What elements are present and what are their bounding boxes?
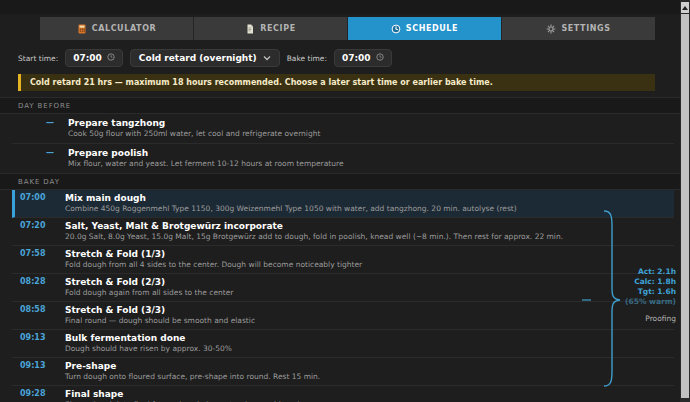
recipe-icon xyxy=(245,24,255,34)
schedule-section: BAKE DAY 07:00 Mix main dough Combine 45… xyxy=(0,173,690,402)
step-content: Prepare tangzhong Cook 50g flour with 25… xyxy=(68,118,320,139)
schedule-step-row: 09:13 Pre-shape Turn dough onto floured … xyxy=(12,358,674,386)
tab-settings-label: SETTINGS xyxy=(561,24,610,33)
clock-icon xyxy=(376,53,384,63)
step-content: Prepare poolish Mix flour, water and yea… xyxy=(68,148,344,169)
proofing-label: Proofing xyxy=(625,314,676,324)
schedule-step-row: — Prepare poolish Mix flour, water and y… xyxy=(12,144,674,173)
start-time-value: 07:00 xyxy=(73,53,102,63)
step-title: Pre-shape xyxy=(65,361,320,371)
retard-warning-banner: Cold retard 21 hrs — maximum 18 hours re… xyxy=(18,74,655,91)
start-time-input[interactable]: 07:00 xyxy=(65,49,123,67)
proofing-target: Tgt: 1.6h xyxy=(625,287,676,297)
step-content: Stretch & Fold (3/3) Final round — dough… xyxy=(65,305,255,326)
tab-schedule[interactable]: SCHEDULE xyxy=(348,17,501,40)
step-time: 07:00 xyxy=(15,193,54,214)
step-content: Mix main dough Combine 450g Roggenmehl T… xyxy=(65,193,517,214)
vertical-scrollbar[interactable] xyxy=(680,0,690,402)
step-detail: Fold dough again from all sides to the c… xyxy=(65,288,233,298)
scrollbar-thumb[interactable] xyxy=(681,14,689,398)
proofing-calculated: Calc: 1.8h xyxy=(625,277,676,287)
proofing-actual: Act: 2.1h xyxy=(625,267,676,277)
step-detail: Final round — dough should be smooth and… xyxy=(65,316,255,326)
schedule-step-row: 08:28 Stretch & Fold (2/3) Fold dough ag… xyxy=(12,274,674,302)
bake-time-input[interactable]: 07:00 xyxy=(334,49,392,67)
retard-select-value: Cold retard (overnight) xyxy=(139,53,257,63)
step-title: Stretch & Fold (1/3) xyxy=(65,249,362,259)
step-content: Final shape Shape dough into final form,… xyxy=(65,389,300,402)
step-content: Salt, Yeast, Malt & Brotgewürz incorpora… xyxy=(65,221,563,242)
tab-bar: CALCULATOR RECIPE SCHEDULE SETTINGS xyxy=(40,17,655,40)
step-title: Prepare tangzhong xyxy=(68,118,320,128)
step-detail: Cook 50g flour with 250ml water, let coo… xyxy=(68,129,320,139)
scrollbar-up-button[interactable] xyxy=(681,2,689,13)
calculator-icon xyxy=(77,24,87,34)
schedule-step-row: 07:00 Mix main dough Combine 450g Roggen… xyxy=(12,190,674,218)
step-title: Stretch & Fold (3/3) xyxy=(65,305,255,315)
section-rows: 07:00 Mix main dough Combine 450g Roggen… xyxy=(0,190,690,402)
schedule-step-row: 08:58 Stretch & Fold (3/3) Final round —… xyxy=(12,302,674,330)
schedule-app: { "tabs": [ {"label": "CALCULATOR", "ico… xyxy=(0,0,690,402)
tab-calculator-label: CALCULATOR xyxy=(92,24,157,33)
clock-icon xyxy=(107,53,115,63)
chevron-down-icon xyxy=(263,53,271,63)
up-arrow-icon xyxy=(682,6,688,10)
schedule-step-row: 07:58 Stretch & Fold (1/3) Fold dough fr… xyxy=(12,246,674,274)
step-time: — xyxy=(12,148,57,169)
step-time: 07:20 xyxy=(12,221,54,242)
section-header: BAKE DAY xyxy=(0,173,690,190)
step-detail: 20.0g Salt, 8.0g Yeast, 15.0g Malt, 15g … xyxy=(65,232,563,242)
tab-calculator[interactable]: CALCULATOR xyxy=(40,17,193,40)
window-top-strip xyxy=(0,0,690,14)
section-header: DAY BEFORE xyxy=(0,97,690,114)
step-detail: Fold dough from all 4 sides to the cente… xyxy=(65,260,362,270)
step-content: Pre-shape Turn dough onto floured surfac… xyxy=(65,361,320,382)
section-rows: — Prepare tangzhong Cook 50g flour with … xyxy=(0,114,690,173)
tab-recipe[interactable]: RECIPE xyxy=(194,17,347,40)
step-detail: Mix flour, water and yeast. Let ferment … xyxy=(68,159,344,169)
schedule-step-row: — Prepare tangzhong Cook 50g flour with … xyxy=(12,114,674,144)
bake-time-label: Bake time: xyxy=(287,54,327,63)
clock-icon xyxy=(391,24,401,34)
proofing-annotation: Act: 2.1h Calc: 1.8h Tgt: 1.6h (65% warm… xyxy=(625,267,676,324)
step-detail: Combine 450g Roggenmehl Type 1150, 300g … xyxy=(65,204,517,214)
schedule-step-row: 07:20 Salt, Yeast, Malt & Brotgewürz inc… xyxy=(12,218,674,246)
step-time: 08:58 xyxy=(12,305,54,326)
step-title: Salt, Yeast, Malt & Brotgewürz incorpora… xyxy=(65,221,563,231)
step-title: Final shape xyxy=(65,389,300,399)
tab-recipe-label: RECIPE xyxy=(260,24,295,33)
warning-text: Cold retard 21 hrs — maximum 18 hours re… xyxy=(30,78,493,87)
step-title: Prepare poolish xyxy=(68,148,344,158)
step-content: Stretch & Fold (2/3) Fold dough again fr… xyxy=(65,277,233,298)
schedule-list: DAY BEFORE — Prepare tangzhong Cook 50g … xyxy=(0,97,690,402)
step-time: 07:58 xyxy=(12,249,54,270)
step-time: 09:13 xyxy=(12,361,54,382)
step-title: Stretch & Fold (2/3) xyxy=(65,277,233,287)
step-time: — xyxy=(12,118,57,139)
step-title: Bulk fermentation done xyxy=(65,333,232,343)
step-content: Stretch & Fold (1/3) Fold dough from all… xyxy=(65,249,362,270)
step-detail: Dough should have risen by approx. 30-50… xyxy=(65,344,232,354)
step-title: Mix main dough xyxy=(65,193,517,203)
proofing-warm-percent: (65% warm) xyxy=(625,297,676,307)
schedule-controls: Start time: 07:00 Cold retard (overnight… xyxy=(18,48,690,68)
schedule-step-row: 09:13 Bulk fermentation done Dough shoul… xyxy=(12,330,674,358)
step-time: 09:13 xyxy=(12,333,54,354)
tab-schedule-label: SCHEDULE xyxy=(406,24,458,33)
start-time-label: Start time: xyxy=(18,54,58,63)
step-detail: Turn dough onto floured surface, pre-sha… xyxy=(65,372,320,382)
step-time: 08:28 xyxy=(12,277,54,298)
schedule-section: DAY BEFORE — Prepare tangzhong Cook 50g … xyxy=(0,97,690,173)
schedule-step-row: 09:28 Final shape Shape dough into final… xyxy=(12,386,674,402)
tab-settings[interactable]: SETTINGS xyxy=(502,17,655,40)
retard-select[interactable]: Cold retard (overnight) xyxy=(130,49,280,67)
bake-time-value: 07:00 xyxy=(342,53,371,63)
step-time: 09:28 xyxy=(12,389,54,402)
gear-icon xyxy=(546,24,556,34)
step-content: Bulk fermentation done Dough should have… xyxy=(65,333,232,354)
